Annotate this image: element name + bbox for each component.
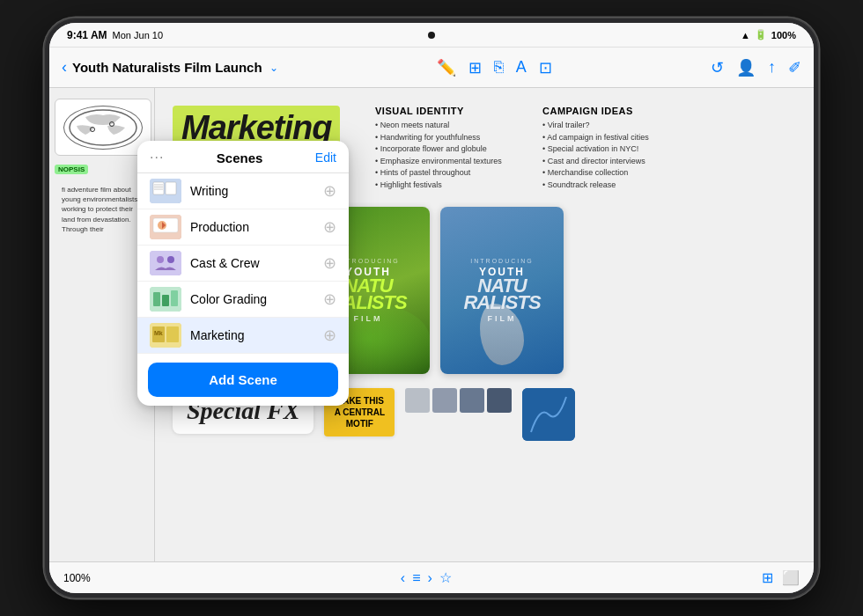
- canvas: NOPSIS fi adventure film about young env…: [49, 88, 814, 561]
- document-title: Youth Naturalists Film Launch: [72, 60, 262, 75]
- scene-item-color[interactable]: Color Grading ⊕: [137, 282, 349, 318]
- world-map-svg: [68, 108, 138, 147]
- svg-rect-22: [166, 326, 179, 342]
- scenes-popup: ··· Scenes Edit: [137, 141, 349, 406]
- scene-thumb-writing: [150, 179, 181, 203]
- scenes-header: ··· Scenes Edit: [137, 141, 349, 173]
- color-thumb-svg: [150, 287, 181, 312]
- svg-rect-13: [150, 251, 181, 275]
- swatch-3: [460, 388, 484, 413]
- poster-card-blue[interactable]: INTRODUCING YOUTH NATURALISTS FILM: [440, 207, 564, 374]
- campaign-item-5: Merchandise collection: [542, 167, 796, 180]
- svg-point-15: [167, 256, 174, 263]
- bottom-bar: 100% ‹ ≡ › ☆ ⊞ ⬜: [49, 561, 814, 593]
- campaign-item-4: Cast and director interviews: [542, 156, 796, 168]
- world-ellipse: [63, 106, 143, 150]
- battery-icon: 🔋: [755, 29, 767, 40]
- marketing-thumb-svg: Mk: [150, 323, 181, 348]
- screen: 9:41 AM Mon Jun 10 ▲ 🔋 100% ‹ Youth Natu…: [49, 23, 814, 593]
- swatch-4: [487, 388, 512, 413]
- edit-icon[interactable]: ✐: [788, 58, 801, 77]
- status-time: 9:41 AM: [67, 29, 107, 41]
- campaign-heading: CAMPAIGN IDEAS: [542, 106, 796, 116]
- nav-next-button[interactable]: ›: [428, 570, 432, 586]
- fullscreen-icon[interactable]: ⬜: [782, 569, 800, 586]
- content-area: NOPSIS fi adventure film about young env…: [49, 88, 814, 561]
- scene-more-marketing[interactable]: ⊕: [323, 326, 336, 345]
- add-scene-button[interactable]: Add Scene: [148, 363, 338, 397]
- vi-item-5: Hints of pastel throughout: [375, 167, 516, 180]
- copy-icon[interactable]: ⎘: [494, 58, 504, 77]
- toolbar: ‹ Youth Naturalists Film Launch ⌄ ✏️ ⊞ ⎘…: [49, 48, 814, 88]
- nav-bookmark-button[interactable]: ☆: [439, 569, 452, 586]
- grid-view-icon[interactable]: ⊞: [468, 58, 482, 77]
- wifi-icon: ▲: [741, 30, 750, 40]
- synopsis-badge: NOPSIS: [55, 165, 88, 174]
- poster3-intro: INTRODUCING: [463, 258, 540, 264]
- svg-rect-19: [171, 290, 178, 306]
- scene-more-writing[interactable]: ⊕: [323, 181, 336, 201]
- synopsis-text: fi adventure film about young environmen…: [55, 178, 149, 241]
- collaborators-icon[interactable]: 👤: [736, 58, 756, 77]
- scene-item-marketing[interactable]: Mk Marketing ⊕: [137, 318, 349, 354]
- svg-rect-6: [166, 182, 176, 194]
- battery-label: 100%: [771, 30, 796, 40]
- vi-item-6: Highlight festivals: [375, 180, 516, 192]
- visual-identity-block: VISUAL IDENTITY Neon meets natural Handw…: [375, 106, 516, 191]
- color-swatches: [405, 388, 512, 413]
- vi-item-1: Neon meets natural: [375, 120, 516, 132]
- blue-photo-svg: [522, 388, 575, 441]
- scenes-edit-button[interactable]: Edit: [315, 150, 336, 165]
- pencil-tool-icon[interactable]: ✏️: [437, 58, 456, 77]
- scene-label-production: Production: [190, 220, 314, 234]
- scene-thumb-cast: [150, 251, 181, 275]
- navigation-arrows: ‹ ≡ › ☆: [401, 569, 452, 586]
- undo-icon[interactable]: ↺: [711, 58, 724, 77]
- nav-prev-button[interactable]: ‹: [401, 570, 405, 586]
- poster3-naturalists: NATURALISTS: [463, 278, 540, 311]
- zoom-level[interactable]: 100%: [63, 572, 91, 584]
- svg-rect-17: [153, 292, 160, 306]
- campaign-item-3: Special activation in NYC!: [542, 143, 796, 156]
- campaign-item-2: Ad campaign in festival cities: [542, 132, 796, 144]
- world-map-block: [55, 99, 151, 156]
- vi-item-2: Handwriting for youthfulness: [375, 132, 516, 144]
- campaign-item-1: Viral trailer?: [542, 120, 796, 132]
- production-thumb-svg: [150, 215, 181, 239]
- title-chevron-icon[interactable]: ⌄: [269, 62, 278, 74]
- grid-icon[interactable]: ⊞: [762, 569, 773, 586]
- scene-more-color[interactable]: ⊕: [323, 290, 336, 309]
- svg-point-14: [157, 256, 164, 263]
- camera-notch: [428, 32, 435, 39]
- scene-more-cast[interactable]: ⊕: [323, 253, 336, 273]
- writing-thumb-svg: [150, 179, 181, 203]
- text-tool-icon[interactable]: A: [516, 58, 527, 77]
- scene-more-production[interactable]: ⊕: [323, 217, 336, 237]
- visual-identity-heading: VISUAL IDENTITY: [375, 106, 516, 116]
- scene-item-writing[interactable]: Writing ⊕: [137, 173, 349, 209]
- scenes-title: Scenes: [217, 150, 263, 165]
- swatch-2: [432, 388, 457, 413]
- nav-list-button[interactable]: ≡: [412, 570, 420, 586]
- swatch-1: [405, 388, 430, 413]
- scene-thumb-marketing: Mk: [150, 323, 181, 348]
- svg-rect-5: [153, 182, 164, 194]
- image-tool-icon[interactable]: ⊡: [539, 58, 552, 77]
- share-icon[interactable]: ↑: [768, 58, 776, 77]
- back-button[interactable]: ‹: [62, 58, 67, 77]
- scene-thumb-production: [150, 215, 181, 239]
- vi-item-3: Incorporate flower and globule: [375, 143, 516, 156]
- scene-label-cast: Cast & Crew: [190, 256, 314, 270]
- bottom-right-icons: ⊞ ⬜: [762, 569, 800, 586]
- scene-item-cast[interactable]: Cast & Crew ⊕: [137, 246, 349, 282]
- campaign-item-6: Soundtrack release: [542, 180, 796, 192]
- scene-thumb-color: [150, 287, 181, 312]
- scenes-more-dots[interactable]: ···: [150, 150, 164, 165]
- marketing-big-text: Marketing: [181, 111, 331, 144]
- campaign-ideas-block: CAMPAIGN IDEAS Viral trailer? Ad campaig…: [542, 106, 796, 191]
- cast-thumb-svg: [150, 251, 181, 275]
- scene-item-production[interactable]: Production ⊕: [137, 209, 349, 246]
- scene-label-marketing: Marketing: [190, 328, 314, 342]
- svg-rect-18: [162, 295, 169, 306]
- scene-label-color: Color Grading: [190, 292, 314, 306]
